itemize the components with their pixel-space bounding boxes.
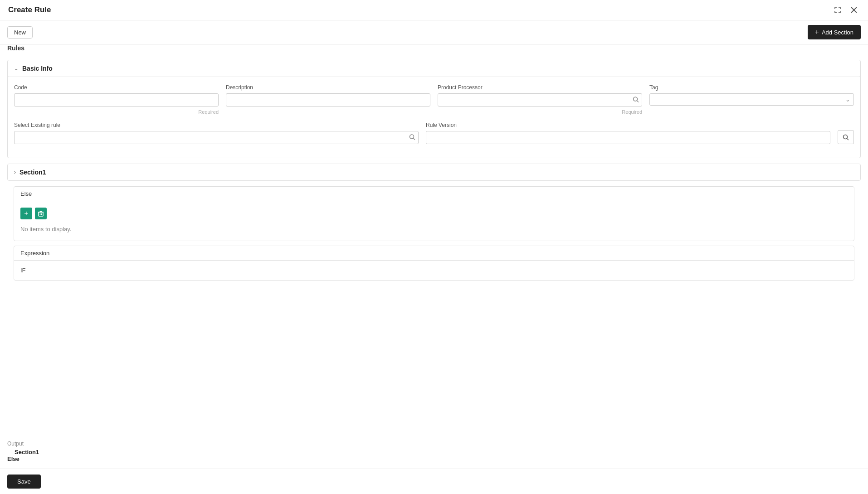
output-section1: Section1 xyxy=(15,449,861,455)
output-label: Output xyxy=(7,441,861,447)
main-content: ⌄ Basic Info Code Required Description xyxy=(0,55,868,434)
svg-point-4 xyxy=(410,135,414,139)
rule-version-search-button[interactable] xyxy=(838,130,854,144)
svg-point-6 xyxy=(844,135,848,139)
save-button[interactable]: Save xyxy=(7,475,41,489)
save-bar: Save xyxy=(0,469,868,494)
code-required: Required xyxy=(14,109,219,115)
select-existing-rule-group: Select Existing rule xyxy=(14,122,419,144)
create-rule-modal: Create Rule New + Add Section xyxy=(0,0,868,494)
chevron-right-icon: › xyxy=(14,169,16,175)
section1-section: › Section1 xyxy=(7,164,861,181)
product-processor-label: Product Processor xyxy=(438,84,642,91)
tag-label: Tag xyxy=(649,84,854,91)
toolbar: New + Add Section xyxy=(0,20,868,44)
rules-label: Rules xyxy=(0,44,868,55)
product-processor-required: Required xyxy=(438,109,642,115)
basic-info-section: ⌄ Basic Info Code Required Description xyxy=(7,60,861,158)
svg-rect-8 xyxy=(39,212,43,216)
description-input[interactable] xyxy=(226,93,430,107)
rule-version-group: Rule Version xyxy=(426,122,830,144)
select-existing-rule-label: Select Existing rule xyxy=(14,122,419,128)
description-group: Description xyxy=(226,84,430,115)
select-existing-rule-input-wrap xyxy=(14,131,419,144)
if-label: IF xyxy=(20,267,848,274)
product-processor-input[interactable] xyxy=(438,93,642,107)
expression-section: Expression IF xyxy=(14,246,854,281)
tag-select[interactable] xyxy=(653,96,850,103)
rule-version-input[interactable] xyxy=(426,131,830,144)
select-existing-rule-search-icon[interactable] xyxy=(409,134,415,141)
add-section-button[interactable]: + Add Section xyxy=(808,25,861,39)
expression-body: IF xyxy=(14,261,854,280)
svg-line-3 xyxy=(637,101,639,102)
chevron-down-icon: ⌄ xyxy=(14,65,19,72)
basic-info-header[interactable]: ⌄ Basic Info xyxy=(8,60,860,77)
code-input[interactable] xyxy=(14,93,219,107)
section1-header[interactable]: › Section1 xyxy=(8,164,860,180)
tag-group: Tag ⌄ xyxy=(649,84,854,115)
select-existing-rule-input[interactable] xyxy=(14,131,419,144)
add-row-button[interactable]: + xyxy=(20,208,32,219)
new-button[interactable]: New xyxy=(7,26,33,39)
close-icon[interactable] xyxy=(848,5,860,15)
else-section: Else + xyxy=(14,186,854,241)
expression-header: Expression xyxy=(14,246,854,261)
tag-select-wrap: ⌄ xyxy=(649,93,854,106)
svg-line-7 xyxy=(847,138,849,140)
basic-info-form-row2: Select Existing rule Rule Version xyxy=(8,118,860,158)
rule-version-search-wrap xyxy=(838,130,854,144)
section1-title: Section1 xyxy=(20,169,46,176)
code-group: Code Required xyxy=(14,84,219,115)
description-label: Description xyxy=(226,84,430,91)
svg-line-5 xyxy=(414,138,415,140)
rule-version-label: Rule Version xyxy=(426,122,830,128)
product-processor-input-wrap xyxy=(438,93,642,107)
else-body: + No items to displ xyxy=(14,201,854,241)
product-processor-search-icon[interactable] xyxy=(633,96,639,104)
basic-info-form-row1: Code Required Description Product Proces… xyxy=(8,77,860,118)
else-header: Else xyxy=(14,187,854,201)
modal-title: Create Rule xyxy=(8,5,51,15)
header-icons xyxy=(832,5,860,15)
expand-icon[interactable] xyxy=(832,5,844,15)
modal-header: Create Rule xyxy=(0,0,868,20)
product-processor-group: Product Processor Required xyxy=(438,84,642,115)
else-actions: + xyxy=(20,208,848,219)
svg-point-2 xyxy=(634,97,638,101)
basic-info-title: Basic Info xyxy=(22,65,53,72)
no-items-text: No items to display. xyxy=(20,224,848,234)
plus-icon: + xyxy=(815,28,819,36)
plus-icon: + xyxy=(24,209,28,218)
delete-row-button[interactable] xyxy=(35,208,47,219)
code-label: Code xyxy=(14,84,219,91)
output-section: Output Section1 Else xyxy=(0,434,868,469)
output-else: Else xyxy=(7,455,861,462)
